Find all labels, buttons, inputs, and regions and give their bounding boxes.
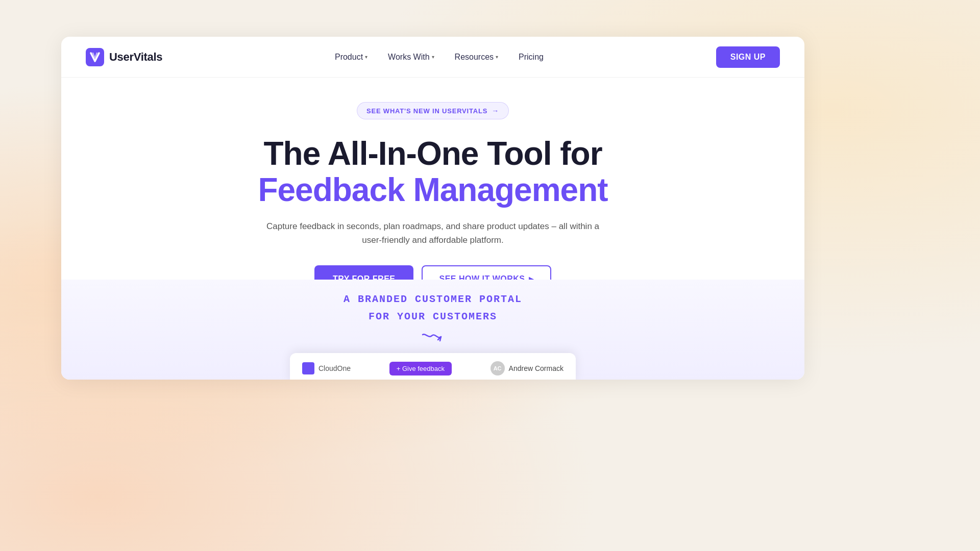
nav-links: Product ▾ Works With ▾ Resources ▾ Prici… xyxy=(327,48,552,66)
logo-icon xyxy=(86,48,104,66)
nav-works-with[interactable]: Works With ▾ xyxy=(380,48,442,66)
hero-title-line1: The All-In-One Tool for xyxy=(263,136,602,171)
squiggle-arrow-icon xyxy=(418,331,448,351)
nav-pricing[interactable]: Pricing xyxy=(510,48,552,66)
nav-product[interactable]: Product ▾ xyxy=(327,48,376,66)
chevron-down-icon: ▾ xyxy=(365,54,368,60)
arrow-right-icon: → xyxy=(492,107,499,115)
portal-label-line1: A branded customer portal xyxy=(344,292,522,307)
announcement-badge[interactable]: SEE WHAT'S NEW IN USERVITALS → xyxy=(357,102,509,119)
chevron-down-icon: ▾ xyxy=(496,54,498,60)
user-name: Andrew Cormack xyxy=(509,364,564,372)
give-feedback-button[interactable]: + Give feedback xyxy=(389,362,452,375)
portal-section: A branded customer portal for your custo… xyxy=(61,280,804,380)
brand-name: CloudOne xyxy=(318,364,351,372)
app-preview-bar: CloudOne + Give feedback AC Andrew Corma… xyxy=(290,353,576,380)
main-card: UserVitals Product ▾ Works With ▾ Resour… xyxy=(61,37,804,380)
brand-icon xyxy=(302,362,314,374)
hero-section: SEE WHAT'S NEW IN USERVITALS → The All-I… xyxy=(61,78,804,311)
avatar: AC xyxy=(491,361,505,375)
nav-resources[interactable]: Resources ▾ xyxy=(447,48,506,66)
hero-title-line2: Feedback Management xyxy=(258,171,607,209)
chevron-down-icon: ▾ xyxy=(432,54,434,60)
portal-label-line2: for your customers xyxy=(369,309,497,324)
logo[interactable]: UserVitals xyxy=(86,48,162,66)
navbar: UserVitals Product ▾ Works With ▾ Resour… xyxy=(61,37,804,78)
hero-subtitle: Capture feedback in seconds, plan roadma… xyxy=(259,219,606,247)
signup-button[interactable]: SIGN UP xyxy=(716,46,780,68)
logo-text: UserVitals xyxy=(109,51,162,64)
lower-background xyxy=(0,388,980,551)
user-info: AC Andrew Cormack xyxy=(491,361,564,375)
app-brand: CloudOne xyxy=(302,362,351,374)
